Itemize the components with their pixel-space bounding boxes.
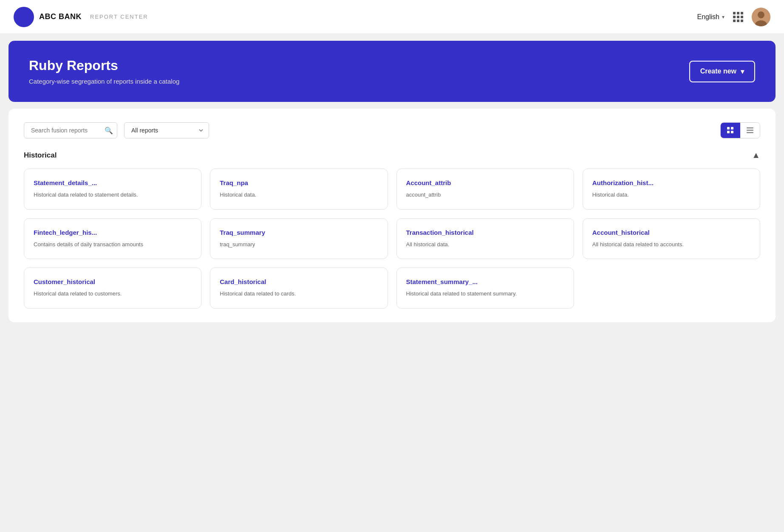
- card-title: Transaction_historical: [406, 229, 564, 236]
- card-title: Statement_summary_...: [406, 278, 564, 285]
- view-toggle: [720, 122, 760, 138]
- language-selector[interactable]: English ▾: [697, 13, 725, 21]
- card-desc: Historical data related to customers.: [34, 290, 192, 298]
- card-desc: Historical data.: [592, 191, 750, 199]
- card-title: Traq_npa: [220, 179, 378, 186]
- report-card-account-historical[interactable]: Account_historical All historical data r…: [583, 218, 760, 259]
- report-card-card-historical[interactable]: Card_historical Historical data related …: [210, 267, 388, 309]
- card-desc: traq_summary: [220, 240, 378, 249]
- card-title: Customer_historical: [34, 278, 192, 285]
- svg-rect-10: [747, 132, 753, 133]
- section-title-historical: Historical: [24, 151, 57, 160]
- section-header-historical: Historical ▲: [24, 150, 760, 160]
- list-view-button[interactable]: [740, 123, 760, 138]
- apps-menu-button[interactable]: [733, 12, 743, 22]
- historical-cards-grid: Statement_details_... Historical data re…: [24, 169, 760, 309]
- list-icon: [746, 127, 754, 134]
- abc-bank-logo: [14, 7, 34, 27]
- grid-icon: [727, 127, 734, 134]
- card-desc: All historical data.: [406, 240, 564, 249]
- hero-text: Ruby Reports Category-wise segregation o…: [29, 58, 179, 85]
- report-filter-select[interactable]: All reports Historical Summary Transacti…: [124, 122, 209, 138]
- card-title: Traq_summary: [220, 229, 378, 236]
- card-desc: Historical data.: [220, 191, 378, 199]
- card-title: Authorization_hist...: [592, 179, 750, 186]
- content-area: 🔍 All reports Historical Summary Transac…: [8, 109, 776, 322]
- brand-subtitle: REPORT CENTER: [90, 14, 148, 20]
- report-card-statement-summary[interactable]: Statement_summary_... Historical data re…: [396, 267, 574, 309]
- card-title: Account_attrib: [406, 179, 564, 186]
- card-title: Statement_details_...: [34, 179, 192, 186]
- create-new-label: Create new: [700, 68, 736, 75]
- logo-area: ABC BANK REPORT CENTER: [14, 7, 148, 27]
- top-navigation: ABC BANK REPORT CENTER English ▾: [0, 0, 784, 34]
- hero-title: Ruby Reports: [29, 58, 179, 73]
- card-desc: Historical data related to cards.: [220, 290, 378, 298]
- card-title: Fintech_ledger_his...: [34, 229, 192, 236]
- historical-section: Historical ▲ Statement_details_... Histo…: [24, 150, 760, 309]
- report-card-transaction-historical[interactable]: Transaction_historical All historical da…: [396, 218, 574, 259]
- search-button[interactable]: 🔍: [105, 127, 113, 135]
- chevron-down-icon: ▾: [722, 14, 725, 20]
- report-card-auth-hist[interactable]: Authorization_hist... Historical data.: [583, 169, 760, 210]
- collapse-historical-button[interactable]: ▲: [752, 150, 760, 160]
- card-desc: account_attrib: [406, 191, 564, 199]
- report-card-account-attrib[interactable]: Account_attrib account_attrib: [396, 169, 574, 210]
- report-card-customer-historical[interactable]: Customer_historical Historical data rela…: [24, 267, 201, 309]
- brand-name: ABC BANK: [39, 12, 82, 21]
- report-card-traq-npa[interactable]: Traq_npa Historical data.: [210, 169, 388, 210]
- chevron-up-icon: ▲: [752, 150, 760, 160]
- svg-rect-4: [727, 127, 730, 129]
- svg-rect-6: [727, 131, 730, 133]
- topnav-right: English ▾: [697, 8, 770, 26]
- report-card-traq-summary[interactable]: Traq_summary traq_summary: [210, 218, 388, 259]
- svg-point-0: [14, 7, 34, 27]
- search-icon: 🔍: [105, 127, 113, 134]
- report-card-stmt-details[interactable]: Statement_details_... Historical data re…: [24, 169, 201, 210]
- report-card-fintech-ledger[interactable]: Fintech_ledger_his... Contains details o…: [24, 218, 201, 259]
- search-wrapper: 🔍: [24, 122, 117, 138]
- hero-subtitle: Category-wise segregation of reports ins…: [29, 78, 179, 85]
- card-desc: Historical data related to statement sum…: [406, 290, 564, 298]
- user-avatar[interactable]: [752, 8, 770, 26]
- card-title: Account_historical: [592, 229, 750, 236]
- card-desc: Contains details of daily transaction am…: [34, 240, 192, 249]
- card-desc: Historical data related to statement det…: [34, 191, 192, 199]
- hero-banner: Ruby Reports Category-wise segregation o…: [8, 41, 776, 102]
- search-input[interactable]: [24, 122, 117, 138]
- grid-view-button[interactable]: [721, 123, 740, 138]
- chevron-down-icon: ▾: [741, 68, 744, 76]
- create-new-button[interactable]: Create new ▾: [689, 61, 755, 82]
- svg-rect-9: [747, 130, 753, 131]
- toolbar: 🔍 All reports Historical Summary Transac…: [24, 122, 760, 138]
- svg-rect-8: [747, 127, 753, 129]
- card-title: Card_historical: [220, 278, 378, 285]
- card-desc: All historical data related to accounts.: [592, 240, 750, 249]
- svg-point-2: [758, 11, 764, 18]
- language-label: English: [697, 13, 719, 21]
- svg-rect-5: [731, 127, 733, 129]
- svg-rect-7: [731, 131, 733, 133]
